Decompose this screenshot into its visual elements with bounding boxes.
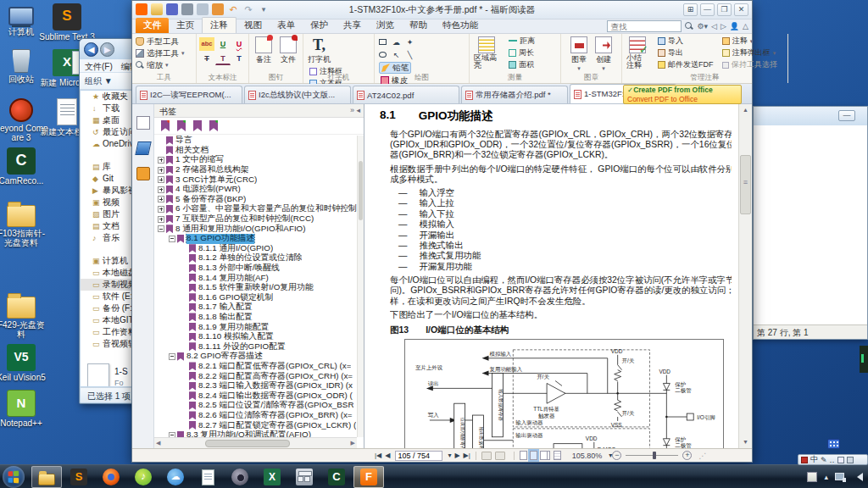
export-button[interactable]: 导出 <box>656 47 715 58</box>
zoom-slider-thumb[interactable] <box>653 452 656 459</box>
delete-bookmark-icon[interactable] <box>161 120 170 131</box>
comment-popup-button[interactable]: 注释弹出框▾ <box>721 47 779 58</box>
bookmarks-vertical-scrollbar[interactable] <box>357 136 364 437</box>
scroll-up-icon[interactable]: ▲ <box>739 104 752 116</box>
minimize-button[interactable]: — <box>838 110 855 121</box>
scrollbar-thumb[interactable] <box>205 440 290 447</box>
document-page[interactable]: 8.1 GPIO功能描述 每个GPI/O端口有两个32位配置寄存器(GPIOx_… <box>364 104 738 448</box>
gear-icon[interactable]: ⚙▾ <box>697 22 708 30</box>
page-number-input[interactable] <box>395 451 442 461</box>
bookmark-item[interactable]: 8.2.5 端口位设置/清除寄存器(GPIOx_BSR <box>154 401 357 411</box>
bookmark-item[interactable]: 8.2.6 端口位清除寄存器(GPIOx_BRR) (x= <box>154 411 357 421</box>
facing-page-icon[interactable] <box>540 451 548 460</box>
expander-icon[interactable] <box>158 225 164 232</box>
expander-icon[interactable] <box>158 167 164 174</box>
pencil-button[interactable]: 铅笔 <box>379 62 411 74</box>
taskbar-button[interactable]: F <box>353 466 384 488</box>
back-button[interactable]: ◀ <box>84 42 98 57</box>
desktop-icon-camrecorder[interactable]: CCamReco... <box>0 147 49 186</box>
layers-panel-icon[interactable] <box>135 141 151 155</box>
bookmark-item[interactable]: 8.1.10 模拟输入配置 <box>154 332 357 342</box>
select-tool-button[interactable]: 选择工具▾ <box>134 47 194 59</box>
document-tab[interactable]: I2c总线协议(中文版...✕ <box>244 86 351 103</box>
arrow-icon[interactable]: ↖ <box>390 50 403 62</box>
bookmark-item[interactable]: 8.1.4 复用功能(AF) <box>154 273 357 283</box>
page-dropdown-icon[interactable]: ▾ <box>448 452 451 459</box>
collapse-ribbon-icon[interactable]: △ <box>743 22 748 30</box>
keep-tool-selected-checkbox[interactable]: 保持工具选择 <box>721 59 779 70</box>
area-highlight-button[interactable]: 区域高亮 <box>471 36 502 70</box>
expander-icon[interactable] <box>169 353 175 360</box>
bookmark-locate-icon[interactable] <box>209 120 218 131</box>
bookmark-item[interactable]: 8.2.1 端口配置低寄存器(GPIOx_CRL) (x= <box>154 362 357 372</box>
ribbon-tab[interactable]: 保护 <box>303 18 336 33</box>
bookmark-item[interactable]: 8.1.11 外设的GPIO配置 <box>154 341 357 352</box>
bookmark-item[interactable]: 8.2.4 端口输出数据寄存器(GPIOx_ODR) ( <box>154 391 357 401</box>
bookmark-item[interactable]: 8.1.5 软件重新映射I/O复用功能 <box>154 283 357 293</box>
start-button[interactable] <box>3 466 25 488</box>
ime-lang-indicator[interactable]: 中 <box>810 454 818 465</box>
taskbar-button[interactable] <box>289 466 320 488</box>
bookmark-item[interactable]: 1 文中的缩写 <box>154 155 357 165</box>
scroll-right-icon[interactable]: ▶ <box>351 440 355 446</box>
bookmark-item[interactable]: 8.2.3 端口输入数据寄存器(GPIOx_IDR) (x <box>154 381 357 391</box>
cloud-icon[interactable]: ☁ <box>390 37 403 49</box>
import-button[interactable]: 导入 <box>656 36 715 47</box>
expander-icon[interactable] <box>158 196 164 202</box>
ime-logo-icon[interactable] <box>801 457 808 463</box>
ribbon-tab[interactable]: 视图 <box>236 18 270 33</box>
area-button[interactable]: 面积 <box>507 59 537 70</box>
bookmark-item[interactable]: 相关文档 <box>154 146 357 156</box>
taskbar-button[interactable]: C <box>321 466 352 488</box>
taskbar-button[interactable] <box>225 466 255 488</box>
minimize-icon[interactable]: — <box>700 3 715 16</box>
ribbon-tab[interactable]: 注释 <box>202 17 236 33</box>
zoom-out-icon[interactable]: − <box>612 451 621 460</box>
stamp-button[interactable]: 图章▾ <box>568 36 590 73</box>
bookmark-item[interactable]: 8.2.7 端口配置锁定寄存器(GPIOx_LCKR) ( <box>154 420 357 430</box>
bookmark-item[interactable]: 4 电源控制(PWR) <box>154 185 357 195</box>
ime-keyboard-icon[interactable] <box>837 457 844 463</box>
text-markup-button[interactable]: T <box>215 52 231 65</box>
ribbon-tab[interactable]: 帮助 <box>402 18 435 33</box>
bookmark-item[interactable]: 8.1 GPIO功能描述 <box>154 234 357 244</box>
previous-view-icon[interactable] <box>481 452 492 460</box>
summarize-comments-button[interactable]: 小结注释 <box>624 36 651 70</box>
bookmark-item[interactable]: 8.1.3 外部中断/唤醒线 <box>154 263 357 274</box>
bookmark-item[interactable]: 8.1.8 输出配置 <box>154 313 357 323</box>
create-stamp-button[interactable]: 创建▾ <box>593 36 615 73</box>
volume-icon[interactable] <box>853 473 863 481</box>
ime-language-bar[interactable]: 中 ✎ ‥ <box>798 454 868 465</box>
bookmarks-horizontal-scrollbar[interactable]: ◀ ▶ <box>154 437 357 448</box>
taskbar-button[interactable] <box>31 466 62 488</box>
expander-icon[interactable] <box>158 176 164 183</box>
bookmark-item[interactable]: 8.1.9 复用功能配置 <box>154 322 357 332</box>
note-button[interactable]: 备注 <box>253 36 275 66</box>
bookmark-item[interactable]: 8.1.2 单独的位设置或位清除 <box>154 253 357 263</box>
tray-app-icon[interactable] <box>807 472 817 482</box>
bookmark-flag-icon[interactable] <box>193 120 202 131</box>
first-page-icon[interactable]: |◀ <box>375 452 381 459</box>
email-fdf-button[interactable]: 邮件发送FDF <box>656 59 715 70</box>
zoom-slider[interactable] <box>626 455 678 456</box>
bookmark-item[interactable]: 2 存储器和总线构架 <box>154 165 357 175</box>
panel-collapse-icons[interactable]: » ◂ <box>350 106 360 114</box>
bookmark-item[interactable]: 6 小容量、中容量和大容量产品的复位和时钟控制 <box>154 204 357 214</box>
desktop-icon-f103-folder[interactable]: F103指南针-光盘资料 <box>0 202 49 247</box>
taskbar-button[interactable]: ♪ <box>128 466 159 488</box>
search-icon[interactable] <box>685 22 693 30</box>
close-icon[interactable]: ✕ <box>734 3 748 16</box>
expander-icon[interactable] <box>158 216 164 223</box>
distance-button[interactable]: 距离 <box>507 36 537 47</box>
scroll-left-icon[interactable]: ◀ <box>156 440 160 446</box>
next-view-icon[interactable] <box>495 452 505 460</box>
touch-keyboard-icon[interactable] <box>827 439 840 449</box>
bookmark-item[interactable]: 8 通用和复用功能I/O(GPIO和AFIO) <box>154 224 357 234</box>
perimeter-button[interactable]: 周长 <box>507 47 537 58</box>
single-page-icon[interactable] <box>520 451 527 460</box>
resize-grip[interactable]: ⋰ <box>698 452 706 460</box>
next-icon[interactable]: ▷ <box>721 22 726 30</box>
text-markup-button[interactable]: U <box>215 37 231 51</box>
forward-button[interactable]: ▶ <box>100 42 114 57</box>
ribbon-tab[interactable]: 共享 <box>336 18 369 33</box>
